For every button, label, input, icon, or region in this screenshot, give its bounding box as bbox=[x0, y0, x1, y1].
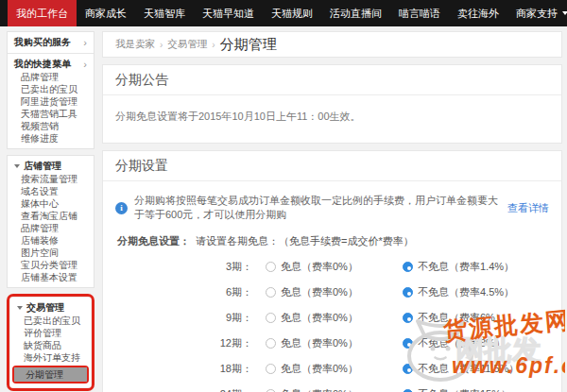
installment-row-12: 12期： 免息（费率0%） 不免息（费率8%） bbox=[115, 336, 549, 350]
breadcrumb-trade-management[interactable]: 交易管理 bbox=[167, 38, 207, 51]
breadcrumb-seller-home[interactable]: 我是卖家 bbox=[115, 38, 155, 51]
radio-unchecked-icon bbox=[266, 262, 276, 272]
radio-nofree-label: 不免息（费率8%） bbox=[418, 336, 506, 350]
topbar-item-tmall-thinktank[interactable]: 天猫智库 bbox=[135, 0, 194, 26]
main-content: 我是卖家 › 交易管理 › 分期管理 分期公告 分期免息设置将于2015年10月… bbox=[102, 31, 562, 392]
radio-nofree-12[interactable]: 不免息（费率8%） bbox=[403, 336, 506, 350]
radio-unchecked-icon bbox=[266, 313, 276, 323]
radio-unchecked-icon bbox=[266, 338, 276, 349]
radio-free-label: 免息（费率0%） bbox=[281, 387, 358, 392]
divider bbox=[8, 53, 94, 54]
installment-row-3: 3期： 免息（费率0%） 不免息（费率1.4%） bbox=[115, 260, 549, 274]
announcement-text: 分期免息设置将于2015年10月10日上午11：00生效。 bbox=[103, 95, 561, 143]
period-label: 3期： bbox=[115, 260, 252, 274]
radio-nofree-label: 不免息（费率6%） bbox=[418, 311, 506, 325]
sidebar-item-purchased-services[interactable]: 我购买的服务 › bbox=[8, 36, 94, 49]
topbar-item-live-room[interactable]: 活动直播间 bbox=[321, 0, 390, 26]
period-label: 12期： bbox=[115, 336, 252, 350]
radio-checked-icon bbox=[403, 364, 413, 374]
sidebar-section-shop-management[interactable]: 店铺管理 bbox=[8, 160, 94, 173]
installment-row-24: 24期： 免息（费率0%） 不免息（费率15%） bbox=[115, 387, 549, 392]
sidebar-item-ali-purchase[interactable]: 阿里进货管理 bbox=[8, 95, 94, 108]
sidebar-item-sold-items[interactable]: 已卖出的宝贝 bbox=[8, 83, 94, 95]
sidebar-item-quick-menu[interactable]: 我的快捷菜单 › bbox=[8, 58, 94, 71]
sidebar-item-shop-basic-settings[interactable]: 店铺基本设置 bbox=[8, 271, 94, 283]
radio-free-6[interactable]: 免息（费率0%） bbox=[266, 285, 403, 299]
form-label: 分期免息设置： bbox=[117, 234, 190, 248]
sidebar-item-domain-settings[interactable]: 域名设置 bbox=[8, 185, 94, 197]
sidebar-item-out-of-stock[interactable]: 缺货商品 bbox=[10, 339, 91, 351]
sidebar-item-brand-management-2[interactable]: 品牌管理 bbox=[8, 222, 94, 234]
radio-nofree-label: 不免息（费率11.5%） bbox=[418, 362, 519, 376]
topbar-right-group: 卖往海外 商家支持 账号设置 bbox=[449, 0, 567, 26]
topbar-item-tmall-rules[interactable]: 天猫规则 bbox=[263, 0, 321, 26]
radio-nofree-label: 不免息（费率1.4%） bbox=[418, 260, 514, 274]
sidebar-item-item-categories[interactable]: 宝贝分类管理 bbox=[8, 259, 94, 271]
radio-free-3[interactable]: 免息（费率0%） bbox=[266, 260, 403, 274]
topbar-item-merchant-support[interactable]: 商家支持 bbox=[507, 0, 567, 26]
radio-free-12[interactable]: 免息（费率0%） bbox=[266, 336, 403, 350]
topbar-item-merchant-growth[interactable]: 商家成长 bbox=[77, 0, 135, 26]
trade-management-label: 交易管理 bbox=[26, 301, 84, 315]
radio-free-label: 免息（费率0%） bbox=[281, 311, 358, 325]
radio-nofree-18[interactable]: 不免息（费率11.5%） bbox=[403, 362, 519, 376]
quick-menu-label: 我的快捷菜单 bbox=[14, 58, 83, 71]
sidebar-item-search-traffic[interactable]: 搜索流量管理 bbox=[8, 173, 94, 185]
sidebar-item-brand-management[interactable]: 品牌管理 bbox=[8, 71, 94, 83]
page-title: 分期管理 bbox=[220, 36, 277, 54]
radio-nofree-label: 不免息（费率15%） bbox=[418, 387, 511, 392]
radio-checked-icon bbox=[403, 287, 413, 298]
installment-row-6: 6期： 免息（费率0%） 不免息（费率4.5%） bbox=[115, 285, 549, 299]
radio-nofree-6[interactable]: 不免息（费率4.5%） bbox=[403, 285, 514, 299]
info-banner: i 分期购将按照每笔交易成功订单金额收取一定比例的手续费，用户订单金额要大于等于… bbox=[115, 194, 549, 222]
view-details-link[interactable]: 查看详情 bbox=[507, 201, 549, 215]
installment-settings-card: 分期设置 i 分期购将按照每笔交易成功订单金额收取一定比例的手续费，用户订单金额… bbox=[102, 150, 562, 392]
radio-unchecked-icon bbox=[266, 364, 276, 374]
radio-free-9[interactable]: 免息（费率0%） bbox=[266, 311, 403, 325]
radio-checked-icon bbox=[403, 313, 413, 323]
sidebar-item-shop-decoration[interactable]: 店铺装修 bbox=[8, 234, 94, 247]
radio-checked-icon bbox=[403, 262, 413, 272]
radio-nofree-3[interactable]: 不免息（费率1.4%） bbox=[403, 260, 514, 274]
form-header: 分期免息设置： 请设置各期免息：（免息手续费=成交价*费率） bbox=[117, 234, 549, 248]
announcement-card: 分期公告 分期免息设置将于2015年10月10日上午11：00生效。 bbox=[102, 64, 562, 144]
app-window: 我的工作台 商家成长 天猫智库 天猫早知道 天猫规则 活动直播间 喵言喵语 卖往… bbox=[0, 0, 567, 392]
radio-nofree-24[interactable]: 不免息（费率15%） bbox=[403, 387, 511, 392]
topbar-item-workbench[interactable]: 我的工作台 bbox=[8, 0, 77, 26]
radio-free-24[interactable]: 免息（费率0%） bbox=[266, 387, 403, 392]
radio-checked-icon bbox=[403, 338, 413, 349]
sidebar-item-image-space[interactable]: 图片空间 bbox=[8, 247, 94, 259]
chevron-right-icon: › bbox=[83, 58, 87, 71]
radio-free-label: 免息（费率0%） bbox=[281, 260, 358, 274]
caret-down-icon bbox=[17, 306, 23, 310]
radio-free-18[interactable]: 免息（费率0%） bbox=[266, 362, 403, 376]
sidebar-panel-quick-menu: 我购买的服务 › 我的快捷菜单 › 品牌管理 已卖出的宝贝 阿里进货管理 天猫营… bbox=[7, 31, 94, 149]
sidebar: 我购买的服务 › 我的快捷菜单 › 品牌管理 已卖出的宝贝 阿里进货管理 天猫营… bbox=[7, 31, 94, 392]
form-hint: 请设置各期免息：（免息手续费=成交价*费率） bbox=[196, 234, 414, 248]
period-label: 6期： bbox=[115, 285, 252, 299]
topbar-item-miao-words[interactable]: 喵言喵语 bbox=[390, 0, 449, 26]
sidebar-item-video-marketing[interactable]: 视频营销 bbox=[8, 120, 94, 132]
sidebar-item-review-management[interactable]: 评价管理 bbox=[10, 327, 91, 339]
radio-nofree-label: 不免息（费率4.5%） bbox=[418, 285, 514, 299]
sidebar-item-installment-management[interactable]: 分期管理 bbox=[14, 367, 87, 382]
sidebar-item-sold-items-trade[interactable]: 已卖出的宝贝 bbox=[10, 315, 91, 327]
page-content: 我购买的服务 › 我的快捷菜单 › 品牌管理 已卖出的宝贝 阿里进货管理 天猫营… bbox=[0, 26, 567, 392]
topbar-item-tmall-news[interactable]: 天猫早知道 bbox=[194, 0, 263, 26]
settings-body: i 分期购将按照每笔交易成功订单金额收取一定比例的手续费，用户订单金额要大于等于… bbox=[103, 181, 561, 392]
sidebar-item-view-taobao-shop[interactable]: 查看淘宝店铺 bbox=[8, 210, 94, 222]
breadcrumb-separator: › bbox=[160, 40, 163, 50]
topbar-item-sell-overseas[interactable]: 卖往海外 bbox=[449, 0, 507, 26]
installment-row-18: 18期： 免息（费率0%） 不免息（费率11.5%） bbox=[115, 362, 549, 376]
radio-free-label: 免息（费率0%） bbox=[281, 336, 358, 350]
sidebar-item-tmall-marketing-tools[interactable]: 天猫营销工具 bbox=[8, 108, 94, 120]
info-icon: i bbox=[115, 202, 128, 214]
radio-unchecked-icon bbox=[266, 287, 276, 298]
sidebar-section-trade-management[interactable]: 交易管理 bbox=[10, 301, 91, 315]
sidebar-item-media-center[interactable]: 媒体中心 bbox=[8, 197, 94, 210]
shop-management-label: 店铺管理 bbox=[24, 160, 87, 173]
sidebar-panel-trade-management: 交易管理 已卖出的宝贝 评价管理 缺货商品 海外订单支持 分期管理 bbox=[10, 298, 91, 387]
sidebar-item-repair-progress[interactable]: 维修进度 bbox=[8, 132, 94, 145]
radio-nofree-9[interactable]: 不免息（费率6%） bbox=[403, 311, 506, 325]
sidebar-item-overseas-order-support[interactable]: 海外订单支持 bbox=[10, 351, 91, 364]
